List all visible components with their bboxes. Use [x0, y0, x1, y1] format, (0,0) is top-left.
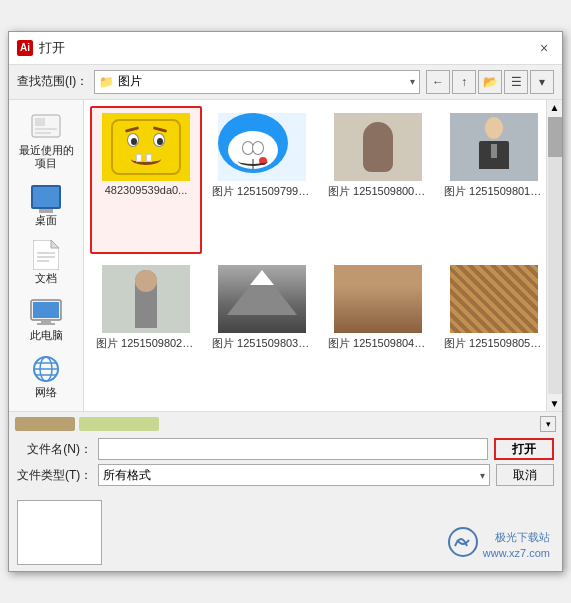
svg-rect-1: [35, 118, 45, 126]
file-name: 图片 1251509803.jpg: [212, 336, 312, 351]
filename-label: 文件名(N)：: [17, 441, 92, 458]
filename-row: 文件名(N)： 打开: [17, 438, 554, 460]
sidebar-docs-label: 文档: [35, 272, 57, 285]
file-name: 图片 1251509802.W...: [96, 336, 196, 351]
up-button[interactable]: ↑: [452, 70, 476, 94]
sidebar: 最近使用的项目 桌面 文档: [9, 100, 84, 411]
svg-rect-12: [37, 323, 55, 325]
file-thumbnail: [101, 112, 191, 182]
desktop-icon: [28, 182, 64, 212]
sidebar-network-label: 网络: [35, 386, 57, 399]
filetype-value: 所有格式: [103, 467, 480, 484]
file-thumbnail: [333, 112, 423, 182]
sidebar-pc-label: 此电脑: [30, 329, 63, 342]
file-name: 图片 1251509801.W...: [444, 184, 544, 199]
file-thumbnail: [217, 264, 307, 334]
watermark-logo: [447, 526, 479, 565]
sidebar-item-docs[interactable]: 文档: [12, 236, 80, 289]
svg-rect-10: [33, 302, 59, 318]
filename-input[interactable]: [98, 438, 488, 460]
sidebar-desktop-label: 桌面: [35, 214, 57, 227]
scrollbar: ▲ ▼: [546, 100, 562, 411]
view-dropdown-button[interactable]: ▾: [530, 70, 554, 94]
location-arrow-icon: ▾: [410, 76, 415, 87]
recent-icon: [28, 112, 64, 142]
filetype-label: 文件类型(T)：: [17, 467, 92, 484]
file-grid: 482309539da0...: [84, 100, 546, 411]
new-folder-button[interactable]: 📂: [478, 70, 502, 94]
filetype-combo[interactable]: 所有格式 ▾: [98, 464, 490, 486]
svg-point-18: [449, 528, 477, 556]
docs-icon: [28, 240, 64, 270]
dialog-title: 打开: [39, 39, 65, 57]
watermark: 极光下载站 www.xz7.com: [110, 500, 554, 565]
view-button[interactable]: ☰: [504, 70, 528, 94]
file-item[interactable]: 图片 1251509802.W...: [90, 258, 202, 406]
file-name: 图片 1251509805.png: [444, 336, 544, 351]
file-item[interactable]: 图片 1251509801.W...: [438, 106, 546, 254]
sidebar-item-network[interactable]: 网络: [12, 350, 80, 403]
sidebar-item-recent[interactable]: 最近使用的项目: [12, 108, 80, 174]
file-thumbnail: [101, 264, 191, 334]
folder-icon: 📁: [99, 75, 114, 89]
toolbar-buttons: ← ↑ 📂 ☰ ▾: [426, 70, 554, 94]
watermark-line1: 极光下载站: [483, 530, 550, 545]
path-indicator-2: [79, 417, 159, 431]
path-indicator-1: [15, 417, 75, 431]
sidebar-item-pc[interactable]: 此电脑: [12, 293, 80, 346]
svg-rect-2: [35, 128, 57, 130]
form-area: 文件名(N)： 打开 文件类型(T)： 所有格式 ▾ 取消: [9, 434, 562, 494]
filetype-row: 文件类型(T)： 所有格式 ▾ 取消: [17, 464, 554, 486]
svg-rect-3: [35, 132, 51, 134]
title-bar: Ai 打开 ×: [9, 32, 562, 65]
file-item[interactable]: 图片 1251509799.jpg: [206, 106, 318, 254]
svg-marker-5: [51, 240, 59, 248]
preview-box: [17, 500, 102, 565]
file-thumbnail: [217, 112, 307, 182]
open-button[interactable]: 打开: [494, 438, 554, 460]
back-button[interactable]: ←: [426, 70, 450, 94]
sidebar-recent-label: 最近使用的项目: [14, 144, 78, 170]
file-name: 图片 1251509799.jpg: [212, 184, 312, 199]
file-thumbnail: [449, 264, 539, 334]
filetype-arrow-icon: ▾: [480, 470, 485, 481]
bottom-scroll-button[interactable]: ▾: [540, 416, 556, 432]
svg-rect-11: [41, 320, 51, 323]
file-area: 482309539da0...: [84, 100, 546, 411]
scroll-up-button[interactable]: ▲: [548, 100, 562, 115]
file-name: 482309539da0...: [105, 184, 188, 196]
open-dialog: Ai 打开 × 查找范围(I)： 📁 图片 ▾ ← ↑ 📂 ☰ ▾: [8, 31, 563, 572]
title-bar-left: Ai 打开: [17, 39, 65, 57]
scroll-thumb[interactable]: [548, 117, 562, 157]
pc-icon: [28, 297, 64, 327]
preview-area: 极光下载站 www.xz7.com: [9, 494, 562, 571]
watermark-line2: www.xz7.com: [483, 546, 550, 561]
file-item[interactable]: 482309539da0...: [90, 106, 202, 254]
toolbar: 查找范围(I)： 📁 图片 ▾ ← ↑ 📂 ☰ ▾: [9, 65, 562, 99]
file-item[interactable]: 图片 1251509803.jpg: [206, 258, 318, 406]
file-item[interactable]: 图片 1251509804.W...: [322, 258, 434, 406]
cancel-button[interactable]: 取消: [496, 464, 554, 486]
location-text: 图片: [118, 73, 410, 90]
path-indicators: [15, 417, 534, 431]
file-item[interactable]: 图片 1251509800.jpg: [322, 106, 434, 254]
file-name: 图片 1251509804.W...: [328, 336, 428, 351]
file-item[interactable]: 图片 1251509805.png: [438, 258, 546, 406]
scroll-track: [548, 117, 562, 394]
file-thumbnail: [333, 264, 423, 334]
close-button[interactable]: ×: [534, 38, 554, 58]
app-icon: Ai: [17, 40, 33, 56]
file-name: 图片 1251509800.jpg: [328, 184, 428, 199]
location-label: 查找范围(I)：: [17, 73, 88, 90]
bottom-bar: ▾: [9, 412, 562, 434]
file-thumbnail: [449, 112, 539, 182]
main-area: 最近使用的项目 桌面 文档: [9, 99, 562, 412]
network-icon: [28, 354, 64, 384]
scroll-down-button[interactable]: ▼: [548, 396, 562, 411]
sidebar-item-desktop[interactable]: 桌面: [12, 178, 80, 231]
location-combo[interactable]: 📁 图片 ▾: [94, 70, 420, 94]
